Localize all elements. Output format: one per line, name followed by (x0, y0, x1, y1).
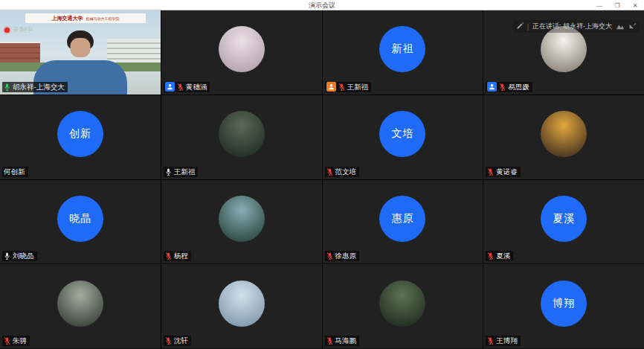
initials-avatar: 文培 (379, 111, 425, 157)
participant-tile[interactable]: 朱骋 (0, 264, 161, 348)
mic-muted-icon (499, 83, 506, 92)
participant-tile[interactable]: 新祖王新祖 (323, 10, 483, 95)
participant-tile[interactable]: 文培范文培 (323, 95, 483, 179)
participant-name: 沈轩 (174, 336, 188, 346)
host-badge-icon (326, 82, 336, 92)
recording-indicator: 录制中 (4, 25, 33, 35)
participant-name-label: 范文培 (325, 167, 360, 177)
participant-tile[interactable]: 博翔王博翔 (483, 264, 644, 348)
campus-building-right (107, 39, 161, 65)
participant-name-label: 王新祖 (325, 82, 372, 92)
mic-idle-icon (165, 167, 172, 176)
maximize-button[interactable]: ❐ (608, 0, 626, 10)
photo-avatar (219, 281, 265, 327)
switch-view-icon[interactable] (616, 22, 625, 31)
initials-avatar: 新祖 (379, 26, 425, 72)
window-titlebar: 演示会议 — ❐ ✕ (0, 0, 644, 10)
participant-tile[interactable]: 王新祖 (161, 95, 322, 179)
photo-avatar (57, 281, 103, 327)
participant-name: 杨程 (174, 251, 188, 261)
participant-name: 马海鹏 (335, 336, 357, 346)
photo-avatar (219, 111, 265, 157)
university-name: 上海交通大学 (52, 15, 83, 22)
participant-name-label: 黄诺睿 (486, 167, 521, 177)
person-face (70, 38, 90, 57)
participant-tile[interactable]: 黄穗涵 (161, 10, 322, 95)
mic-muted-icon (177, 83, 184, 92)
mic-muted-icon (326, 336, 333, 345)
participant-tile[interactable]: 晓晶刘晓晶 (0, 180, 161, 264)
participant-tile[interactable]: 创新何创新 (0, 95, 161, 179)
photo-avatar (379, 281, 425, 327)
participant-name: 王新祖 (347, 82, 369, 92)
participant-name: 黄穗涵 (186, 82, 207, 92)
mic-muted-icon (165, 252, 172, 260)
participant-name-label: 朱骋 (2, 336, 30, 346)
recording-label: 录制中 (13, 25, 33, 35)
mic-active-icon (4, 83, 10, 92)
participant-name: 范文培 (335, 167, 357, 177)
participant-name-label: 胡永祥-上海交大 (2, 82, 68, 92)
initials-avatar: 创新 (57, 111, 103, 157)
initials-avatar: 夏溪 (541, 196, 587, 242)
participant-name-label: 沈轩 (164, 336, 191, 346)
participant-name-label: 王新祖 (164, 167, 199, 177)
close-button[interactable]: ✕ (626, 0, 644, 10)
annotation-pen-icon[interactable] (516, 22, 524, 31)
participant-name: 朱骋 (13, 336, 27, 346)
participant-name: 王博翔 (496, 336, 518, 346)
recording-dot-icon (4, 28, 10, 33)
participant-name-label: 杨程 (164, 251, 191, 261)
photo-avatar (541, 111, 587, 157)
participant-name: 胡永祥-上海交大 (13, 82, 65, 92)
participant-name: 刘晓晶 (13, 251, 34, 261)
participant-tile[interactable]: 惠原徐惠原 (323, 180, 483, 264)
photo-avatar (219, 26, 265, 72)
participant-name-label: 徐惠原 (325, 251, 360, 261)
participant-name-label: 马海鹏 (325, 336, 360, 346)
meeting-area: 上海交通大学机械与动力工程学院胡永祥-上海交大黄穗涵新祖王新祖易思媛创新何创新王… (0, 10, 644, 348)
photo-avatar (541, 26, 587, 72)
school-name: 机械与动力工程学院 (86, 16, 120, 21)
participant-tile[interactable]: 夏溪夏溪 (483, 180, 644, 264)
mic-muted-icon (326, 252, 333, 260)
participant-name-label: 夏溪 (486, 251, 513, 261)
mic-idle-icon (4, 252, 10, 260)
participant-name: 夏溪 (496, 251, 510, 261)
initials-avatar: 博翔 (541, 281, 587, 327)
participant-name: 何创新 (4, 167, 25, 177)
photo-avatar (219, 196, 265, 242)
mic-muted-icon (326, 167, 333, 176)
mic-muted-icon (487, 252, 494, 260)
minimize-button[interactable]: — (590, 0, 608, 10)
participant-name-label: 王博翔 (486, 336, 521, 346)
participant-name: 徐惠原 (335, 251, 357, 261)
participant-name-label: 刘晓晶 (2, 251, 37, 261)
participant-grid: 上海交通大学机械与动力工程学院胡永祥-上海交大黄穗涵新祖王新祖易思媛创新何创新王… (0, 10, 644, 348)
window-title: 演示会议 (0, 0, 644, 10)
cohost-badge-icon (487, 82, 497, 92)
participant-tile[interactable]: 马海鹏 (323, 264, 483, 348)
mic-muted-icon (487, 167, 494, 176)
participant-tile[interactable]: 上海交通大学机械与动力工程学院胡永祥-上海交大 (0, 10, 161, 95)
speaking-label: 正在讲话: 胡永祥-上海交大 (532, 22, 612, 31)
divider: | (527, 23, 529, 31)
initials-avatar: 晓晶 (57, 196, 103, 242)
mic-muted-icon (338, 83, 345, 92)
window-controls: — ❐ ✕ (590, 0, 644, 10)
participant-tile[interactable]: 杨程 (161, 180, 322, 264)
participant-tile[interactable]: 黄诺睿 (483, 95, 644, 179)
participant-tile[interactable]: 沈轩 (161, 264, 322, 348)
participant-name-label: 易思媛 (486, 82, 532, 92)
fullscreen-exit-icon[interactable] (628, 22, 637, 31)
mic-muted-icon (165, 336, 172, 345)
participant-name-label: 何创新 (2, 167, 28, 177)
participant-name-label: 黄穗涵 (164, 82, 210, 92)
cohost-badge-icon (165, 82, 175, 92)
speaking-indicator: | 正在讲话: 胡永祥-上海交大 (513, 20, 640, 33)
participant-name: 王新祖 (174, 167, 196, 177)
mic-muted-icon (487, 336, 494, 345)
participant-name: 易思媛 (508, 82, 529, 92)
participant-name: 黄诺睿 (496, 167, 518, 177)
initials-avatar: 惠原 (379, 196, 425, 242)
